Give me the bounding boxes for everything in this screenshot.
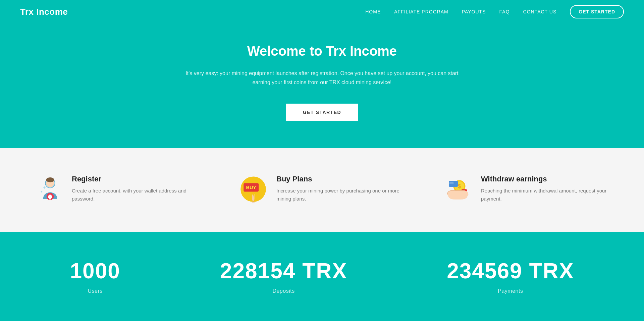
feature-buy-text: Buy Plans Increase your mining power by … xyxy=(276,175,406,203)
svg-point-12 xyxy=(252,201,255,203)
svg-text:BUY: BUY xyxy=(246,185,257,190)
stat-users-value: 1000 xyxy=(70,259,120,283)
svg-rect-17 xyxy=(449,183,454,184)
hero-get-started-button[interactable]: GET STARTED xyxy=(286,104,358,121)
stat-users: 1000 Users xyxy=(70,259,120,294)
svg-text:✦: ✦ xyxy=(40,190,43,193)
withdraw-icon: $ xyxy=(443,175,473,205)
feature-withdraw-desc: Reaching the minimum withdrawal amount, … xyxy=(481,187,610,203)
stat-payments: 234569 TRX Payments xyxy=(447,259,574,294)
nav-affiliate[interactable]: AFFILIATE PROGRAM xyxy=(394,9,448,14)
nav-contact[interactable]: CONTACT US xyxy=(523,9,557,14)
stat-deposits-label: Deposits xyxy=(272,288,294,294)
svg-rect-3 xyxy=(46,180,54,181)
feature-register-desc: Create a free account, with your wallet … xyxy=(72,187,201,203)
feature-register: ✦ ✦ Register Create a free account, with… xyxy=(34,175,201,205)
register-icon: ✦ ✦ xyxy=(34,175,64,205)
svg-text:✦: ✦ xyxy=(43,186,46,190)
svg-rect-8 xyxy=(48,196,52,198)
feature-buy: BUY Buy Plans Increase your mining power… xyxy=(238,175,406,205)
hero-subtitle: It's very easy: your mining equipment la… xyxy=(181,69,463,87)
stat-deposits: 228154 TRX Deposits xyxy=(220,259,347,294)
feature-withdraw-text: Withdraw earnings Reaching the minimum w… xyxy=(481,175,610,203)
features-section: ✦ ✦ Register Create a free account, with… xyxy=(0,148,644,232)
feature-register-text: Register Create a free account, with you… xyxy=(72,175,201,203)
stat-payments-value: 234569 TRX xyxy=(447,259,574,283)
feature-buy-desc: Increase your mining power by purchasing… xyxy=(276,187,406,203)
buy-icon: BUY xyxy=(238,175,268,205)
nav-home[interactable]: HOME xyxy=(365,9,381,14)
stat-deposits-value: 228154 TRX xyxy=(220,259,347,283)
hero-section: Welcome to Trx Income It's very easy: yo… xyxy=(0,23,644,148)
feature-withdraw: $ Withdraw earnings Reaching the minimum… xyxy=(443,175,610,205)
nav-faq[interactable]: FAQ xyxy=(499,9,510,14)
nav-payouts[interactable]: PAYOUTS xyxy=(462,9,486,14)
stat-users-label: Users xyxy=(88,288,103,294)
stats-section: 1000 Users 228154 TRX Deposits 234569 TR… xyxy=(0,232,644,321)
feature-withdraw-title: Withdraw earnings xyxy=(481,175,610,183)
header: Trx Income HOME AFFILIATE PROGRAM PAYOUT… xyxy=(0,0,644,23)
logo: Trx Income xyxy=(20,7,68,17)
stat-payments-label: Payments xyxy=(498,288,523,294)
hero-title: Welcome to Trx Income xyxy=(247,44,397,59)
feature-buy-title: Buy Plans xyxy=(276,175,406,183)
svg-rect-16 xyxy=(449,181,458,187)
svg-text:$: $ xyxy=(458,183,461,189)
feature-register-title: Register xyxy=(72,175,201,183)
nav-get-started-button[interactable]: GET STARTED xyxy=(570,5,624,18)
main-nav: HOME AFFILIATE PROGRAM PAYOUTS FAQ CONTA… xyxy=(365,5,624,18)
